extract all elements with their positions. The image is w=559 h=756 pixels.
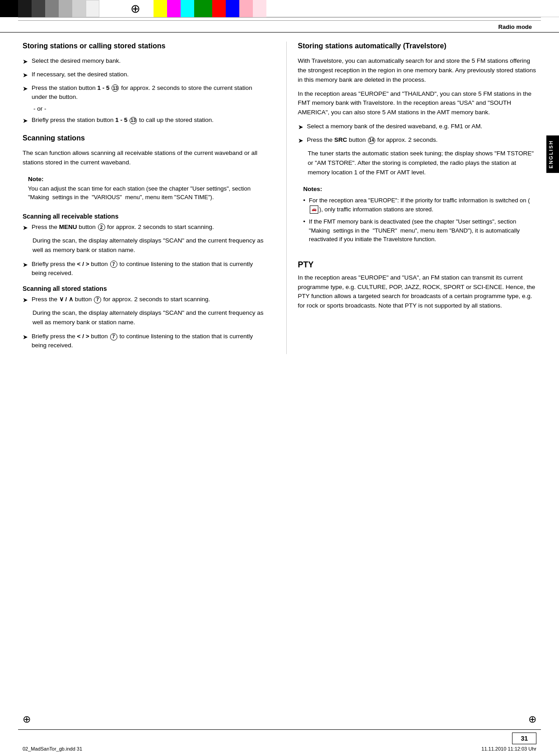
- crosshair-icon: ⊕: [130, 3, 140, 14]
- bullet-arrow-4: ➤: [23, 116, 28, 126]
- page-header: Radio mode: [0, 21, 559, 33]
- subsec1-arrow2: ➤: [23, 260, 28, 270]
- pty-title: PTY: [298, 260, 537, 270]
- subsection1-title: Scanning all receivable stations: [23, 213, 266, 220]
- pty-para: In the reception areas "EUROPE" and "USA…: [298, 273, 537, 311]
- ts-arrow1: ➤: [298, 122, 303, 132]
- left-column: Storing stations or calling stored stati…: [23, 42, 273, 354]
- subsec2-text2: Briefly press the < / > button 7 to cont…: [32, 332, 266, 350]
- ts-arrow2: ➤: [298, 136, 303, 145]
- header-label: Radio mode: [498, 23, 532, 30]
- subsec2-bullet2: ➤ Briefly press the < / > button 7 to co…: [23, 332, 266, 350]
- subsec2-bullet1: ➤ Press the ∨ / ∧ button 7 for approx. 2…: [23, 295, 266, 305]
- page-footer: 02_MadSanTor_gb.indd 31 31 11.11.2010 11…: [0, 729, 559, 756]
- footer-left: 02_MadSanTor_gb.indd 31: [23, 746, 82, 751]
- traffic-icon: 🚗: [310, 205, 318, 214]
- notes-title: Notes:: [303, 186, 531, 192]
- bullet-briefly-press: ➤ Briefly press the station button 1 - 5…: [23, 116, 266, 126]
- section-travelstore: Storing stations automatically (Travelst…: [298, 42, 537, 251]
- page-number: 31: [512, 733, 536, 744]
- bullet-arrow-3: ➤: [23, 84, 28, 93]
- right-column: Storing stations automatically (Travelst…: [286, 42, 537, 354]
- travelstore-notes: Notes: • For the reception area "EUROPE"…: [298, 182, 537, 251]
- bullet-text-4: Briefly press the station button 1 - 5 1…: [32, 116, 266, 125]
- subsec1-bullet1: ➤ Press the MENU button 2 for approx. 2 …: [23, 223, 266, 233]
- note-bullet-2: •: [303, 217, 306, 226]
- footer-right: 11.11.2010 11:12:03 Uhr: [481, 746, 536, 751]
- note-item-1: • For the reception area "EUROPE": If th…: [303, 196, 531, 214]
- note-bullet-1: •: [303, 196, 306, 205]
- section-storing-stations: Storing stations or calling stored stati…: [23, 42, 266, 126]
- bullet-arrow-2: ➤: [23, 70, 28, 80]
- subsection2-title: Scanning all stored stations: [23, 285, 266, 292]
- note-text: You can adjust the scan time for each st…: [28, 184, 261, 202]
- subsection-receivable: Scanning all receivable stations ➤ Press…: [23, 213, 266, 278]
- note-text-2: If the FMT memory bank is deactivated (s…: [309, 217, 531, 244]
- travelstore-detail: The tuner starts the automatic station s…: [308, 149, 537, 177]
- notes-list: • For the reception area "EUROPE": If th…: [303, 196, 531, 244]
- bottom-right-crosshair: ⊕: [528, 714, 536, 724]
- subsec2-text1: Press the ∨ / ∧ button 7 for approx. 2 s…: [32, 295, 266, 304]
- bullet-select-bank: ➤ Select the desired memory bank.: [23, 56, 266, 66]
- color-bar: ⊕: [0, 0, 559, 17]
- subsec2-arrow1: ➤: [23, 295, 28, 305]
- bullet-arrow-1: ➤: [23, 57, 28, 66]
- travelstore-title: Storing stations automatically (Travelst…: [298, 42, 537, 51]
- section1-title: Storing stations or calling stored stati…: [23, 42, 266, 51]
- subsec1-bullet2: ➤ Briefly press the < / > button 7 to co…: [23, 260, 266, 278]
- bullet-press-station: ➤ Press the station button 1 - 5 13 for …: [23, 84, 266, 102]
- subsec2-arrow2: ➤: [23, 332, 28, 342]
- bottom-left-crosshair: ⊕: [23, 714, 31, 724]
- note-title: Note:: [28, 176, 261, 182]
- or-separator: - or -: [33, 105, 266, 112]
- travelstore-bullet1: ➤ Select a memory bank of the desired wa…: [298, 122, 537, 132]
- subsec1-text2: Briefly press the < / > button 7 to cont…: [32, 260, 266, 278]
- subsec2-detail1: During the scan, the display alternately…: [33, 308, 266, 327]
- travelstore-para2: In the reception areas "EUROPE" and "THA…: [298, 89, 537, 118]
- travelstore-para1: With Travelstore, you can automatically …: [298, 56, 537, 85]
- travelstore-bullet2: ➤ Press the SRC button 14 for approx. 2 …: [298, 135, 537, 145]
- bullet-text-3: Press the station button 1 - 5 13 for ap…: [32, 84, 266, 102]
- note-text-1: For the reception area "EUROPE": If the …: [309, 196, 531, 214]
- bullet-text-1: Select the desired memory bank.: [32, 56, 266, 65]
- scanning-title: Scanning stations: [23, 134, 266, 143]
- bullet-text-2: If necessary, set the desired station.: [32, 70, 266, 79]
- subsec1-text1: Press the MENU button 2 for approx. 2 se…: [32, 223, 266, 232]
- section-scanning: Scanning stations The scan function allo…: [23, 134, 266, 350]
- section-pty: PTY In the reception areas "EUROPE" and …: [298, 260, 537, 311]
- ts-text1: Select a memory bank of the desired wave…: [307, 122, 537, 131]
- language-label: ENGLISH: [546, 135, 559, 173]
- ts-text2: Press the SRC button 14 for approx. 2 se…: [307, 135, 537, 145]
- subsection-stored: Scanning all stored stations ➤ Press the…: [23, 285, 266, 350]
- subsec1-detail1: During the scan, the display alternately…: [33, 236, 266, 255]
- bullet-set-station: ➤ If necessary, set the desired station.: [23, 70, 266, 80]
- scanning-note: Note: You can adjust the scan time for e…: [23, 172, 266, 205]
- subsec1-arrow1: ➤: [23, 223, 28, 233]
- scanning-intro: The scan function allows scanning all re…: [23, 149, 266, 168]
- main-content: Storing stations or calling stored stati…: [0, 33, 559, 363]
- note-item-2: • If the FMT memory bank is deactivated …: [303, 217, 531, 244]
